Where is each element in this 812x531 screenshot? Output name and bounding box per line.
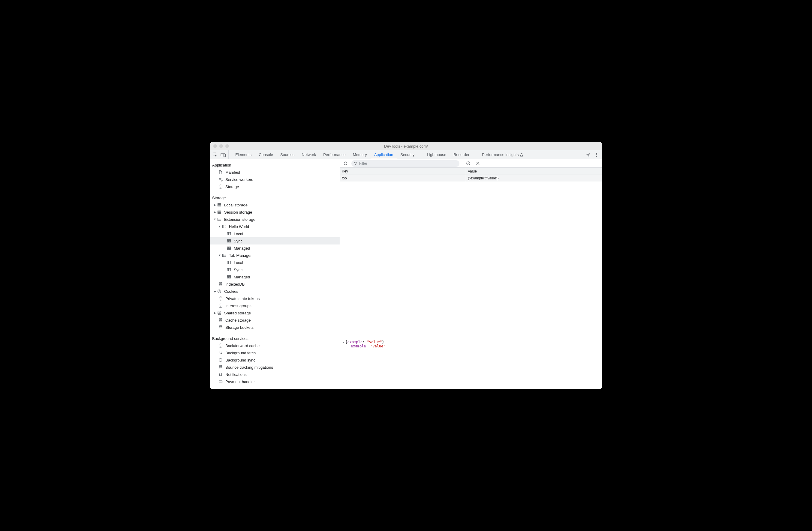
disclosure-triangle-icon[interactable]: ▼ xyxy=(343,341,344,344)
settings-icon[interactable] xyxy=(585,152,591,158)
tab-network[interactable]: Network xyxy=(298,150,320,159)
database-icon xyxy=(217,310,222,315)
svg-rect-10 xyxy=(218,204,221,206)
cell-value[interactable]: {"example":"value"} xyxy=(466,176,602,180)
sidebar-item-background-sync[interactable]: Background sync xyxy=(210,356,340,364)
sidebar-item-ext-hw-sync[interactable]: Sync xyxy=(210,237,340,245)
svg-point-21 xyxy=(219,282,222,283)
sidebar-item-ext-tab-manager[interactable]: ▼ Tab Manager xyxy=(210,252,340,259)
svg-rect-2 xyxy=(224,154,226,157)
sidebar-item-session-storage[interactable]: ▶ Session storage xyxy=(210,208,340,216)
sidebar-item-manifest[interactable]: Manifest xyxy=(210,168,340,176)
storage-panel: Key Value foo {"example":"value"} ▼{exam… xyxy=(340,159,602,389)
svg-point-28 xyxy=(219,318,222,320)
tab-label: Sources xyxy=(280,152,295,157)
preview-property-line[interactable]: example: "value" xyxy=(343,344,600,348)
beaker-icon xyxy=(520,153,523,157)
svg-point-24 xyxy=(219,292,219,292)
tab-sources[interactable]: Sources xyxy=(277,150,298,159)
disclosure-triangle-icon[interactable]: ▼ xyxy=(218,225,221,228)
more-icon[interactable] xyxy=(594,152,599,158)
sidebar-item-local-storage[interactable]: ▶ Local storage xyxy=(210,201,340,208)
table-icon xyxy=(227,231,231,236)
sidebar-item-bf-cache[interactable]: Back/forward cache xyxy=(210,342,340,349)
sidebar-item-private-state-tokens[interactable]: Private state tokens xyxy=(210,295,340,302)
svg-point-22 xyxy=(218,291,219,291)
filter-input[interactable] xyxy=(359,161,457,166)
application-sidebar: Application Manifest Service workers xyxy=(210,159,340,389)
tree-label: Local xyxy=(234,261,243,265)
sidebar-item-extension-storage[interactable]: ▼ Extension storage xyxy=(210,216,340,223)
device-toolbar-icon[interactable] xyxy=(220,152,226,158)
sidebar-item-indexeddb[interactable]: IndexedDB xyxy=(210,280,340,288)
tab-security[interactable]: Security xyxy=(397,150,418,159)
disclosure-triangle-icon[interactable]: ▼ xyxy=(218,254,221,257)
filter-icon xyxy=(354,162,358,165)
clear-all-button[interactable] xyxy=(465,160,472,167)
disclosure-triangle-icon[interactable]: ▶ xyxy=(213,203,216,206)
delete-selected-button[interactable] xyxy=(474,160,481,167)
gears-icon xyxy=(218,177,223,182)
table-body[interactable]: foo {"example":"value"} xyxy=(340,175,602,338)
svg-point-7 xyxy=(219,178,220,179)
sidebar-item-ext-tm-sync[interactable]: Sync xyxy=(210,266,340,273)
tab-recorder[interactable]: Recorder xyxy=(450,150,473,159)
disclosure-triangle-icon[interactable]: ▼ xyxy=(213,218,216,221)
tab-elements[interactable]: Elements xyxy=(232,150,255,159)
sidebar-item-storage[interactable]: Storage xyxy=(210,183,340,190)
sidebar-item-background-fetch[interactable]: Background fetch xyxy=(210,349,340,356)
sidebar-item-ext-tm-local[interactable]: Local xyxy=(210,259,340,266)
sidebar-item-ext-tm-managed[interactable]: Managed xyxy=(210,273,340,280)
sidebar-item-cache-storage[interactable]: Cache storage xyxy=(210,316,340,324)
tree-label: Local storage xyxy=(224,203,248,207)
sidebar-item-storage-buckets[interactable]: Storage buckets xyxy=(210,324,340,331)
disclosure-triangle-icon[interactable]: ▶ xyxy=(213,211,216,213)
preview-summary-line[interactable]: ▼{example: "value"} xyxy=(343,340,600,344)
tab-label: Console xyxy=(259,152,273,157)
svg-rect-12 xyxy=(218,218,221,221)
sidebar-item-interest-groups[interactable]: Interest groups xyxy=(210,302,340,309)
filter-field[interactable] xyxy=(351,160,460,167)
sidebar-item-ext-hw-local[interactable]: Local xyxy=(210,230,340,237)
tab-label: Security xyxy=(400,152,415,157)
table-row[interactable]: foo {"example":"value"} xyxy=(340,175,602,181)
column-header-key[interactable]: Key xyxy=(340,168,466,175)
cell-key[interactable]: foo xyxy=(340,175,466,181)
tab-lighthouse[interactable]: Lighthouse xyxy=(423,150,450,159)
database-icon xyxy=(218,282,223,286)
tab-performance-insights[interactable]: Performance insights xyxy=(478,150,527,159)
sidebar-item-service-workers[interactable]: Service workers xyxy=(210,176,340,183)
sidebar-item-payment-handler[interactable]: Payment handler xyxy=(210,378,340,385)
disclosure-triangle-icon[interactable]: ▶ xyxy=(213,311,216,314)
section-heading-background: Background services xyxy=(210,334,340,342)
svg-rect-17 xyxy=(223,254,226,257)
tree-label: Payment handler xyxy=(226,380,255,384)
svg-point-26 xyxy=(219,304,222,305)
table-icon xyxy=(227,260,231,265)
sidebar-item-notifications[interactable]: Notifications xyxy=(210,371,340,378)
svg-point-9 xyxy=(219,185,222,186)
refresh-button[interactable] xyxy=(342,160,349,167)
tree-label: Storage xyxy=(226,185,239,189)
tab-console[interactable]: Console xyxy=(255,150,277,159)
tab-label: Elements xyxy=(235,152,251,157)
sidebar-item-ext-hw-managed[interactable]: Managed xyxy=(210,245,340,252)
column-header-value[interactable]: Value xyxy=(466,169,602,173)
tree-label: Background sync xyxy=(226,358,255,363)
database-icon xyxy=(218,184,223,189)
sidebar-item-bounce-tracking[interactable]: Bounce tracking mitigations xyxy=(210,364,340,371)
svg-point-3 xyxy=(588,154,589,155)
tab-memory[interactable]: Memory xyxy=(349,150,371,159)
tab-label: Performance insights xyxy=(482,152,519,157)
sidebar-item-cookies[interactable]: ▶ Cookies xyxy=(210,288,340,295)
sync-icon xyxy=(218,358,223,363)
inspect-element-icon[interactable] xyxy=(212,152,218,158)
tab-application[interactable]: Application xyxy=(371,150,397,159)
sidebar-item-ext-hello-world[interactable]: ▼ Hello World xyxy=(210,223,340,230)
tree-label: Local xyxy=(234,232,243,236)
sidebar-item-shared-storage[interactable]: ▶ Shared storage xyxy=(210,309,340,316)
section-heading-storage: Storage xyxy=(210,193,340,201)
tab-performance[interactable]: Performance xyxy=(320,150,349,159)
storage-table: Key Value foo {"example":"value"} xyxy=(340,168,602,338)
disclosure-triangle-icon[interactable]: ▶ xyxy=(213,290,216,293)
